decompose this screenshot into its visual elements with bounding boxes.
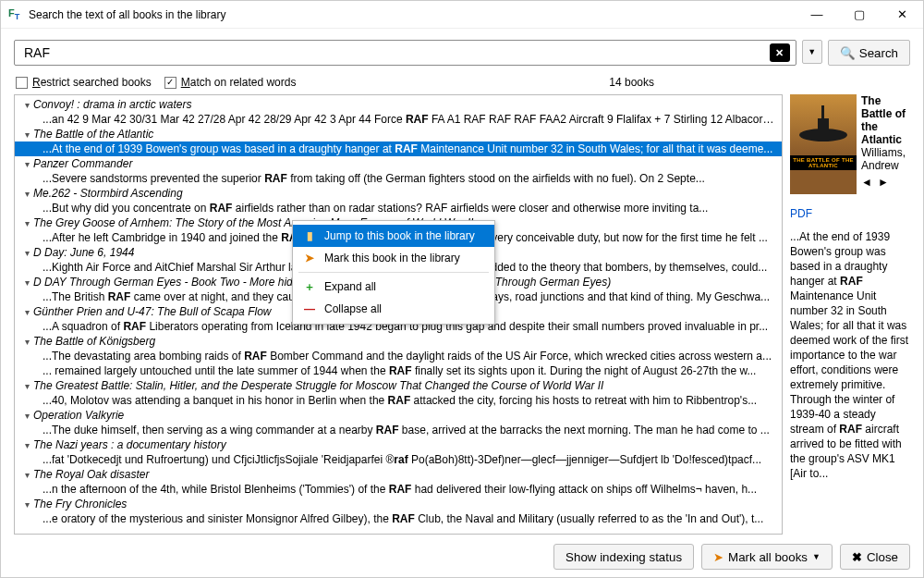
book-cover: THE BATTLE OF THE ATLANTIC [790,94,857,194]
side-author: Williams, Andrew [861,146,910,172]
chevron-down-icon: ▾ [22,438,31,452]
minus-icon: — [302,302,317,315]
close-button[interactable]: ✖ Close [840,544,910,570]
search-button-label: Search [859,46,898,60]
restrict-label: Restrict searched books [32,76,152,89]
book-title-row[interactable]: ▾The Battle of Königsberg [15,334,782,349]
book-title-row[interactable]: ▾The Greatest Battle: Stalin, Hitler, an… [15,378,782,393]
result-row[interactable]: ...40, Molotov was attending a banquet i… [15,393,782,408]
search-field-wrap: ✕ [14,40,796,66]
clear-search-icon[interactable]: ✕ [770,43,790,62]
result-row[interactable]: ...e oratory of the mysterious and sinis… [15,511,782,526]
window-close-button[interactable]: ✕ [881,1,923,28]
search-icon: 🔍 [840,46,856,60]
book-title-row[interactable]: ▾Convoy! : drama in arctic waters [15,97,782,112]
book-title-row[interactable]: ▾Me.262 - Stormbird Ascending [15,186,782,201]
svg-rect-1 [818,118,829,133]
submarine-icon [790,94,857,154]
chevron-down-icon: ▾ [22,276,31,289]
chevron-down-icon: ▾ [22,216,31,230]
book-title-row[interactable]: ▾The Fry Chronicles [15,497,782,511]
result-row[interactable]: ...fat 'Dotkecedjt und Rufroertung) und … [15,452,782,467]
window-title: Search the text of all books in the libr… [29,8,796,21]
chevron-down-icon: ▾ [22,157,31,171]
context-menu: ▮ Jump to this book in the library ➤ Mar… [292,220,495,325]
match-checkbox-wrap[interactable]: ✓ Match on related words [164,76,297,89]
book-title-row[interactable]: ▾Panzer Commander [15,156,782,171]
mark-all-button[interactable]: ➤ Mark all books ▼ [701,544,833,570]
chevron-down-icon: ▼ [812,552,821,561]
chevron-down-icon: ▾ [22,246,31,260]
chevron-down-icon: ▾ [22,379,31,393]
result-row[interactable]: ...n the afternoon of the 4th, while Bri… [15,482,782,497]
restrict-checkbox[interactable] [16,77,28,89]
format-pdf-link[interactable]: PDF [790,207,910,220]
book-title-row[interactable]: ▾The Nazi years : a documentary history [15,437,782,452]
maximize-button[interactable]: ▢ [838,1,881,28]
side-book-title: The Battle of the Atlantic [861,94,910,146]
app-icon: FT [8,7,23,22]
menu-expand-all[interactable]: ＋ Expand all [293,276,494,298]
restrict-checkbox-wrap[interactable]: Restrict searched books [16,76,152,89]
menu-jump-to-book[interactable]: ▮ Jump to this book in the library [293,225,494,247]
info-panel: THE BATTLE OF THE ATLANTIC The Battle of… [790,94,910,535]
chevron-down-icon: ▾ [22,98,31,112]
cover-band: THE BATTLE OF THE ATLANTIC [790,155,857,170]
svg-rect-2 [821,105,824,120]
chevron-down-icon: ▾ [22,128,31,141]
menu-mark-book[interactable]: ➤ Mark this book in the library [293,247,494,269]
search-input[interactable] [22,44,770,61]
next-result-icon[interactable]: ► [878,176,889,189]
chevron-down-icon: ▾ [22,305,31,319]
results-tree: ▾Convoy! : drama in arctic waters...an 4… [14,94,783,535]
minimize-button[interactable]: — [796,1,838,28]
result-row[interactable]: ...The devastating area bombing raids of… [15,349,782,363]
book-title-row[interactable]: ▾The Battle of the Atlantic [15,127,782,141]
book-title-row[interactable]: ▾Operation Valkyrie [15,408,782,423]
result-row[interactable]: ...Severe sandstorms prevented the super… [15,171,782,186]
window: FT Search the text of all books in the l… [0,0,924,578]
preview-text: ...At the end of 1939 Bowen's group was … [790,229,910,481]
menu-separator [298,272,489,273]
result-row[interactable]: ... remained largely untouched until the… [15,363,782,378]
book-title-row[interactable]: ▾The Royal Oak disaster [15,467,782,482]
result-row[interactable]: ...But why did you concentrate on RAF ai… [15,201,782,215]
plus-icon: ＋ [302,279,317,295]
result-count: 14 books [296,76,908,89]
result-row[interactable]: ...At the end of 1939 Bowen's group was … [15,141,782,156]
menu-collapse-all[interactable]: — Collapse all [293,298,494,320]
result-row[interactable]: ...The duke himself, then serving as a w… [15,423,782,437]
content-area: ✕ ▼ 🔍 Search Restrict searched books ✓ M… [1,29,923,577]
result-row[interactable]: ...an 42 9 Mar 42 30/31 Mar 42 27/28 Apr… [15,112,782,127]
chevron-down-icon: ▾ [22,498,31,511]
match-label: Match on related words [181,76,297,89]
match-checkbox[interactable]: ✓ [164,77,176,89]
titlebar: FT Search the text of all books in the l… [1,1,923,29]
pin-icon: ➤ [713,550,723,564]
search-history-dropdown[interactable]: ▼ [802,40,822,64]
indexing-status-button[interactable]: Show indexing status [553,544,694,570]
chevron-down-icon: ▾ [22,409,31,423]
chevron-down-icon: ▾ [22,187,31,201]
prev-result-icon[interactable]: ◄ [861,176,872,189]
chevron-down-icon: ▾ [22,468,31,482]
pin-icon: ➤ [302,252,317,264]
book-icon: ▮ [302,229,317,242]
search-button[interactable]: 🔍 Search [828,40,910,66]
close-icon: ✖ [852,550,862,564]
chevron-down-icon: ▾ [22,335,31,349]
